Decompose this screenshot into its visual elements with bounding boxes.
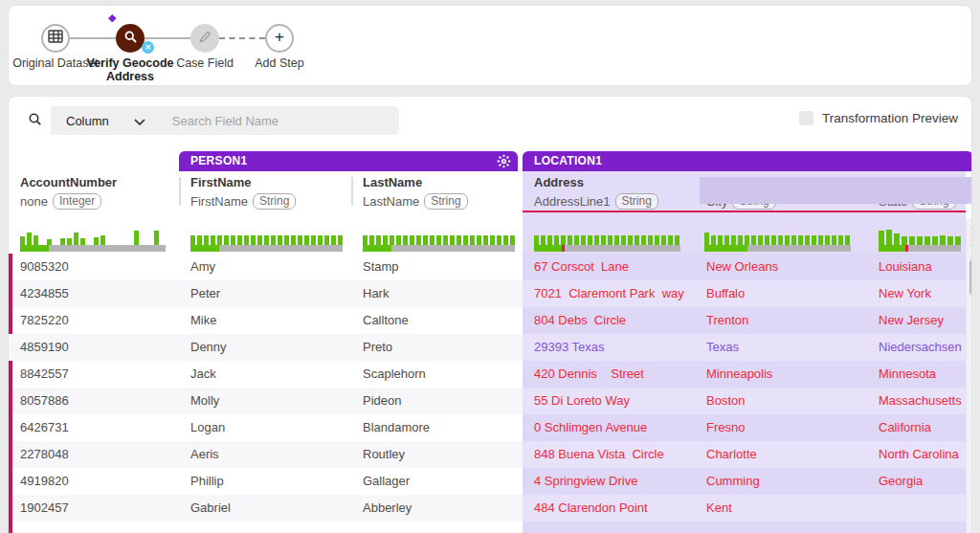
group-header-person1[interactable]: PERSON1 — [179, 151, 518, 171]
group-header-location1[interactable]: LOCATION1 — [523, 151, 972, 171]
preview-checkbox[interactable] — [799, 111, 813, 125]
cell-address[interactable]: 848 Buena Vista Circle — [523, 441, 702, 468]
cell-last-name[interactable]: Scaplehorn — [355, 361, 522, 388]
cell-account-number[interactable]: 6426731 — [12, 414, 183, 441]
table-row[interactable]: 8842557 Jack Scaplehorn 420 Dennis Stree… — [9, 361, 966, 388]
cell-city[interactable]: Buffalo — [702, 280, 875, 307]
cell-state[interactable]: New Jersey — [875, 307, 966, 334]
cell-city[interactable]: Texas — [702, 334, 875, 361]
table-row[interactable]: 4234855 Peter Hark 7021 Claremont Park w… — [9, 280, 966, 307]
cell-address[interactable]: 420 Dennis Street — [523, 361, 702, 388]
cell-address[interactable]: 7021 Claremont Park way — [523, 280, 702, 307]
cell-last-name[interactable]: Hark — [355, 280, 522, 307]
cell-city[interactable]: Fresno — [702, 414, 875, 441]
cell-address[interactable]: 804 Debs Circle — [523, 307, 702, 334]
table-row[interactable]: 8057886 Molly Pideon 55 Di Loreto Way Bo… — [9, 388, 966, 414]
cell-city[interactable]: Minneapolis — [702, 361, 875, 388]
column-header-firstname[interactable]: FirstName FirstNameString — [190, 175, 296, 210]
remove-step-badge[interactable]: ✕ — [142, 41, 154, 54]
step-add[interactable]: + — [265, 24, 294, 53]
step-case-field[interactable] — [190, 24, 219, 53]
cell-city[interactable]: Cumming — [702, 468, 875, 495]
cell-last-name[interactable]: Stamp — [355, 254, 522, 280]
cell-address[interactable] — [523, 522, 702, 533]
cell-first-name[interactable]: Phillip — [183, 468, 355, 495]
cell-city[interactable]: Trenton — [702, 307, 875, 334]
table-row[interactable]: 1902457 Gabriel Abberley 484 Clarendon P… — [9, 495, 966, 522]
cell-state[interactable]: North Carolina — [875, 441, 966, 468]
scroll-down-icon[interactable] — [970, 245, 972, 250]
gear-icon[interactable] — [497, 154, 511, 175]
cell-account-number[interactable]: 4234855 — [12, 280, 183, 307]
cell-city[interactable]: Kent — [702, 495, 875, 522]
cell-state[interactable] — [875, 522, 966, 533]
field-search-bar[interactable]: Column Search Field Name — [18, 106, 399, 135]
cell-account-number[interactable]: 4859190 — [12, 334, 183, 361]
cell-city[interactable]: Boston — [702, 388, 875, 414]
cell-last-name[interactable]: Gallager — [355, 468, 522, 495]
table-row[interactable]: 9085320 Amy Stamp 67 Corscot Lane New Or… — [9, 254, 966, 280]
vertical-scrollbar[interactable] — [966, 219, 972, 533]
cell-account-number[interactable]: 7825220 — [12, 307, 183, 334]
cell-first-name[interactable]: Gabriel — [183, 495, 355, 522]
column-header-address[interactable]: Address AddressLine1String — [534, 175, 658, 210]
cell-account-number[interactable]: 8842557 — [12, 361, 183, 388]
cell-address[interactable]: 55 Di Loreto Way — [523, 388, 702, 414]
scrollbar-thumb[interactable] — [969, 259, 972, 296]
cell-account-number[interactable] — [12, 522, 183, 533]
cell-last-name[interactable]: Pideon — [355, 388, 522, 414]
cell-address[interactable]: 0 Schlimgen Avenue — [523, 414, 702, 441]
table-row[interactable]: 4919820 Phillip Gallager 4 Springview Dr… — [9, 468, 966, 495]
cell-first-name[interactable]: Peter — [183, 280, 355, 307]
chevron-down-icon — [134, 114, 145, 128]
search-input[interactable]: Search Field Name — [172, 114, 278, 128]
cell-last-name[interactable]: Routley — [355, 441, 522, 468]
cell-last-name[interactable] — [355, 522, 522, 533]
cell-last-name[interactable]: Preto — [355, 334, 522, 361]
column-header-lastname[interactable]: LastName LastNameString — [363, 175, 468, 210]
cell-account-number[interactable]: 9085320 — [12, 254, 183, 280]
cell-address[interactable]: 4 Springview Drive — [523, 468, 702, 495]
cell-last-name[interactable]: Abberley — [355, 495, 522, 522]
column-header-accountnumber[interactable]: AccountNumber noneInteger — [20, 175, 117, 210]
table-row[interactable]: 2278048 Aeris Routley 848 Buena Vista Ci… — [9, 441, 966, 468]
cell-first-name[interactable]: Denny — [183, 334, 355, 361]
cell-state[interactable] — [875, 495, 966, 522]
cell-account-number[interactable]: 4919820 — [12, 468, 183, 495]
step-verify-geocode[interactable] — [116, 24, 145, 53]
cell-first-name[interactable] — [183, 522, 355, 533]
cell-first-name[interactable]: Jack — [183, 361, 355, 388]
cell-state[interactable]: Niedersachsen — [875, 334, 966, 361]
cell-state[interactable]: Georgia — [875, 468, 966, 495]
cell-address[interactable]: 484 Clarendon Point — [523, 495, 702, 522]
cell-state[interactable]: Massachusetts — [875, 388, 966, 414]
cell-state[interactable]: New York — [875, 280, 966, 307]
cell-address[interactable]: 67 Corscot Lane — [523, 254, 702, 280]
cell-account-number[interactable]: 1902457 — [12, 495, 183, 522]
cell-first-name[interactable]: Aeris — [183, 441, 355, 468]
cell-account-number[interactable]: 8057886 — [12, 388, 183, 414]
cell-state[interactable]: Louisiana — [875, 254, 966, 280]
step-original-dataset[interactable] — [41, 24, 70, 53]
cell-city[interactable]: Charlotte — [702, 441, 875, 468]
cell-city[interactable] — [702, 522, 875, 533]
cell-state[interactable]: California — [875, 414, 966, 441]
cell-first-name[interactable]: Mike — [183, 307, 355, 334]
cell-account-number[interactable]: 2278048 — [12, 441, 183, 468]
table-row[interactable] — [9, 522, 966, 533]
cell-state[interactable]: Minnesota — [875, 361, 966, 388]
cell-first-name[interactable]: Logan — [183, 414, 355, 441]
cell-first-name[interactable]: Amy — [183, 254, 355, 280]
cell-city[interactable]: New Orleans — [702, 254, 875, 280]
scroll-up-icon[interactable] — [970, 223, 972, 228]
scroll-up-icon[interactable] — [970, 254, 972, 258]
cell-last-name[interactable]: Calltone — [355, 307, 522, 334]
cell-first-name[interactable]: Molly — [183, 388, 355, 414]
cell-address[interactable]: 29393 Texas — [523, 334, 702, 361]
table-row[interactable]: 4859190 Denny Preto 29393 Texas Texas Ni… — [9, 334, 966, 361]
transformation-preview-toggle[interactable]: Transformation Preview — [799, 111, 958, 125]
search-scope-dropdown[interactable]: Column — [51, 114, 157, 128]
table-row[interactable]: 6426731 Logan Blandamore 0 Schlimgen Ave… — [9, 414, 966, 441]
table-row[interactable]: 7825220 Mike Calltone 804 Debs Circle Tr… — [9, 307, 966, 334]
cell-last-name[interactable]: Blandamore — [355, 414, 522, 441]
